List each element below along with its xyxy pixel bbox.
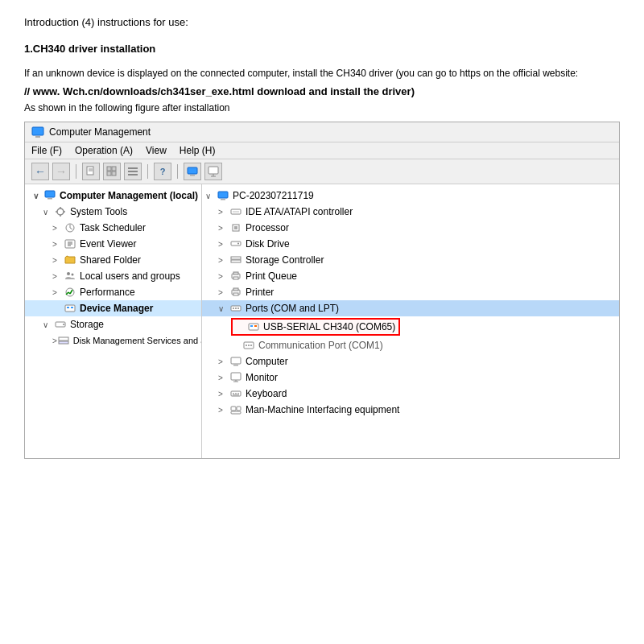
right-processor-expand: >	[218, 224, 229, 233]
url-line-text: // www. Wch.cn/downloads/ch341ser_exe.ht…	[24, 85, 415, 97]
right-printer-icon	[229, 286, 242, 299]
menu-file[interactable]: File (F)	[31, 145, 62, 156]
svg-rect-38	[67, 307, 69, 308]
toolbar-btn-list[interactable]	[124, 163, 142, 180]
shared-folder-icon	[64, 254, 76, 266]
svg-rect-64	[249, 324, 258, 330]
right-ports[interactable]: ∨ Ports (COM and LPT)	[202, 300, 619, 316]
storage-icon	[54, 318, 67, 331]
expand-icon-shared: >	[52, 256, 64, 265]
right-processor[interactable]: > Processor	[202, 220, 619, 236]
right-printer-label: Printer	[246, 287, 274, 298]
right-tree-panel: ∨ PC-202307211719 > IDE ATA/ATAPI contro…	[202, 184, 619, 458]
right-computer[interactable]: > Computer	[202, 353, 619, 369]
tree-shared-folder[interactable]: > Shared Folder	[25, 252, 201, 268]
right-comm-port[interactable]: Communication Port (COM1)	[202, 337, 619, 353]
shared-folder-label: Shared Folder	[80, 254, 141, 266]
right-monitor[interactable]: > Monitor	[202, 369, 619, 386]
right-root[interactable]: ∨ PC-202307211719	[202, 188, 619, 204]
right-printer-expand: >	[218, 288, 229, 297]
section1-title-text: 1.CH340 driver installation	[24, 43, 155, 55]
right-keyboard-expand: >	[218, 390, 229, 398]
right-usb-serial[interactable]: USB-SERIAL CH340 (COM65)	[231, 318, 400, 336]
window-title: Computer Management	[49, 126, 151, 138]
expand-icon-system: ∨	[43, 208, 54, 217]
toolbar-btn-grid[interactable]	[103, 163, 121, 180]
window-titlebar: Computer Management	[25, 122, 619, 142]
svg-rect-53	[231, 260, 241, 262]
tree-disk-mgmt[interactable]: > Disk Management Services and applicati…	[25, 332, 201, 349]
tree-computer-management[interactable]: ∨ Computer Management (local)	[25, 188, 201, 204]
svg-rect-5	[107, 167, 111, 171]
svg-rect-58	[233, 288, 238, 291]
right-man-machine[interactable]: > Man-Machine Interfacing equipment	[202, 402, 619, 418]
right-print-queue-icon	[229, 270, 242, 283]
svg-rect-44	[218, 192, 228, 198]
toolbar-separator-2	[147, 164, 148, 179]
right-keyboard[interactable]: > Keyboard	[202, 386, 619, 402]
tree-local-users[interactable]: > Local users and groups	[25, 268, 201, 284]
svg-point-62	[235, 308, 237, 309]
svg-rect-8	[112, 171, 116, 175]
menu-operation[interactable]: Operation (A)	[75, 145, 133, 156]
toolbar-btn-computer[interactable]	[184, 163, 201, 180]
toolbar-btn-monitor[interactable]	[204, 163, 222, 180]
event-viewer-icon	[64, 237, 76, 250]
forward-button[interactable]: →	[52, 163, 70, 180]
svg-point-70	[250, 345, 252, 346]
svg-rect-1	[35, 136, 40, 138]
svg-rect-77	[233, 393, 234, 394]
svg-rect-71	[231, 357, 241, 364]
svg-rect-52	[231, 257, 241, 259]
right-disk-drive[interactable]: > Disk Drive	[202, 236, 619, 252]
intro-title-text: Introduction (4) instructions for use:	[24, 16, 188, 28]
event-viewer-label: Event Viewer	[80, 238, 136, 250]
right-man-machine-expand: >	[218, 406, 229, 415]
menu-view[interactable]: View	[146, 145, 167, 156]
svg-rect-66	[254, 325, 257, 327]
tree-storage[interactable]: ∨ Storage	[25, 316, 201, 332]
caption-text: As shown in the following figure after i…	[24, 102, 229, 114]
tree-performance[interactable]: > Performance	[25, 284, 201, 300]
svg-rect-47	[233, 211, 239, 213]
toolbar-separator-1	[76, 164, 76, 179]
back-button[interactable]: ←	[31, 163, 49, 180]
svg-rect-11	[128, 174, 138, 175]
right-ide[interactable]: > IDE ATA/ATAPI controller	[202, 204, 619, 220]
svg-point-32	[72, 274, 74, 276]
right-printer[interactable]: > Printer	[202, 284, 619, 300]
right-storage-ctrl[interactable]: > Storage Controller	[202, 252, 619, 268]
performance-label: Performance	[80, 287, 135, 298]
right-ports-expand: ∨	[218, 304, 229, 313]
right-keyboard-icon	[229, 387, 242, 400]
url-line: // www. Wch.cn/downloads/ch341ser_exe.ht…	[24, 85, 620, 97]
computer-management-window: Computer Management File (F) Operation (…	[24, 122, 620, 459]
tree-system-tools[interactable]: ∨ System Tools	[25, 204, 201, 220]
menu-help[interactable]: Help (H)	[180, 145, 216, 156]
tree-device-manager[interactable]: Device Manager	[25, 300, 201, 316]
tree-event-viewer[interactable]: > Event Viewer	[25, 236, 201, 252]
tree-task-scheduler[interactable]: > Task Scheduler	[25, 220, 201, 236]
right-root-label: PC-202307211719	[233, 190, 314, 201]
right-ports-label: Ports (COM and LPT)	[246, 303, 339, 314]
right-print-queue[interactable]: > Print Queue	[202, 268, 619, 284]
expand-icon-task: >	[52, 224, 64, 233]
svg-point-33	[66, 288, 74, 296]
svg-rect-42	[59, 337, 68, 341]
toolbar-btn-doc[interactable]	[82, 163, 100, 180]
svg-rect-6	[112, 167, 116, 171]
task-scheduler-icon	[64, 221, 76, 234]
svg-rect-79	[237, 393, 239, 394]
local-users-label: Local users and groups	[80, 270, 180, 282]
right-man-machine-label: Man-Machine Interfacing equipment	[246, 404, 399, 415]
svg-rect-0	[32, 127, 43, 135]
menubar: File (F) Operation (A) View Help (H)	[25, 142, 619, 159]
svg-point-63	[237, 308, 239, 309]
right-disk-drive-icon	[229, 237, 242, 250]
svg-rect-72	[233, 365, 238, 366]
right-storage-ctrl-icon	[229, 254, 242, 266]
right-print-queue-expand: >	[218, 272, 229, 281]
system-tools-icon	[54, 205, 67, 218]
toolbar-btn-help[interactable]: ?	[154, 163, 171, 180]
storage-label: Storage	[70, 319, 104, 330]
